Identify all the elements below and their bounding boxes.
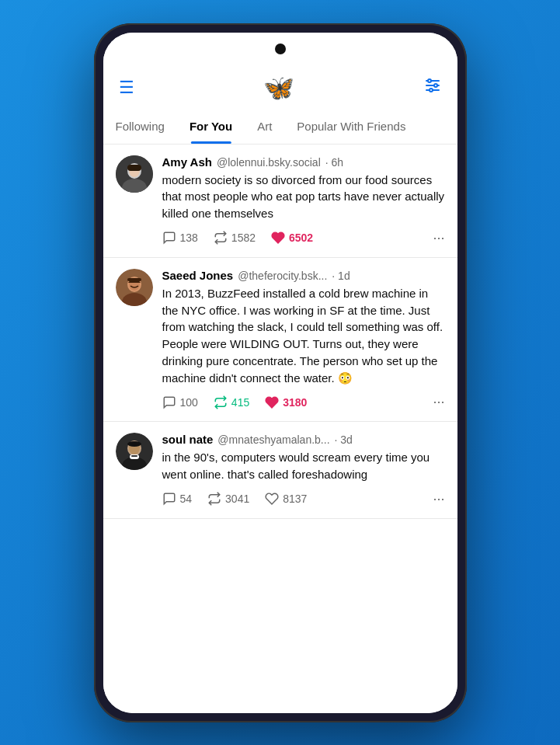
comment-button[interactable]: 100 [162,395,198,409]
post-header: soul nate @mnateshyamalan.b... · 3d [162,433,445,446]
comment-count: 100 [180,396,198,409]
avatar [116,155,153,193]
post-content: Amy Ash @lolennui.bsky.social · 6h moder… [162,155,445,246]
camera-notch [275,44,286,54]
post-handle: @mnateshyamalan.b... [217,433,329,446]
avatar [116,269,153,306]
post-actions: 54 3041 8137 ··· [162,491,445,507]
menu-icon[interactable]: ☰ [119,78,134,98]
repost-count: 415 [231,396,249,409]
comment-button[interactable]: 138 [162,231,198,245]
phone-frame: ☰ 🦋 Following For You Art Popular With F… [94,23,467,722]
like-button[interactable]: 6502 [271,231,313,245]
more-button[interactable]: ··· [433,491,444,507]
avatar [116,433,153,470]
app-logo: 🦋 [263,73,294,103]
comment-count: 138 [180,232,198,244]
post-content: Saeed Jones @theferocity.bsk... · 1d In … [162,269,445,411]
post-handle: @lolennui.bsky.social [217,156,321,169]
post-header: Amy Ash @lolennui.bsky.social · 6h [162,155,445,169]
svg-point-3 [428,79,431,82]
like-count: 6502 [289,232,313,244]
post-author: Saeed Jones [162,269,234,282]
like-count: 8137 [283,493,307,505]
repost-button[interactable]: 1582 [214,231,256,245]
svg-rect-22 [131,455,137,457]
post-item: soul nate @mnateshyamalan.b... · 3d in t… [103,422,457,519]
post-item: Amy Ash @lolennui.bsky.social · 6h moder… [103,144,457,258]
post-header: Saeed Jones @theferocity.bsk... · 1d [162,269,445,282]
post-text: modern society is so divorced from our f… [162,172,445,222]
post-actions: 100 415 3180 ··· [162,394,445,410]
repost-button[interactable]: 3041 [207,492,249,506]
post-text: In 2013, BuzzFeed installed a cold brew … [162,285,445,387]
repost-count: 1582 [231,232,256,244]
post-actions: 138 1582 6502 ··· [162,230,445,246]
repost-button[interactable]: 415 [214,395,249,409]
app-header: ☰ 🦋 [103,67,457,109]
phone-screen: ☰ 🦋 Following For You Art Popular With F… [103,33,457,713]
comment-button[interactable]: 54 [162,492,193,506]
like-count: 3180 [283,396,307,409]
svg-point-4 [434,84,437,87]
filter-icon[interactable] [423,76,442,99]
repost-count: 3041 [225,493,249,505]
post-content: soul nate @mnateshyamalan.b... · 3d in t… [162,433,445,507]
post-time: · 3d [335,433,353,446]
like-button[interactable]: 8137 [265,492,307,506]
post-item: Saeed Jones @theferocity.bsk... · 1d In … [103,258,457,423]
tabs-nav: Following For You Art Popular With Frien… [103,109,457,144]
tab-following[interactable]: Following [103,109,177,144]
post-time: · 1d [332,270,350,282]
svg-rect-15 [127,278,141,281]
post-handle: @theferocity.bsk... [238,270,327,282]
svg-rect-10 [127,165,141,171]
more-button[interactable]: ··· [433,230,444,246]
svg-point-5 [430,89,433,92]
more-button[interactable]: ··· [433,394,444,410]
post-time: · 6h [325,156,343,169]
like-button[interactable]: 3180 [265,395,307,409]
svg-rect-20 [127,441,141,447]
post-author: soul nate [162,433,214,446]
tab-art[interactable]: Art [245,109,284,144]
post-author: Amy Ash [162,155,212,169]
post-text: in the 90's, computers would scream ever… [162,449,445,483]
feed: Amy Ash @lolennui.bsky.social · 6h moder… [103,144,457,713]
tab-for-you[interactable]: For You [177,109,245,144]
tab-popular[interactable]: Popular With Friends [284,109,418,144]
comment-count: 54 [180,493,193,505]
